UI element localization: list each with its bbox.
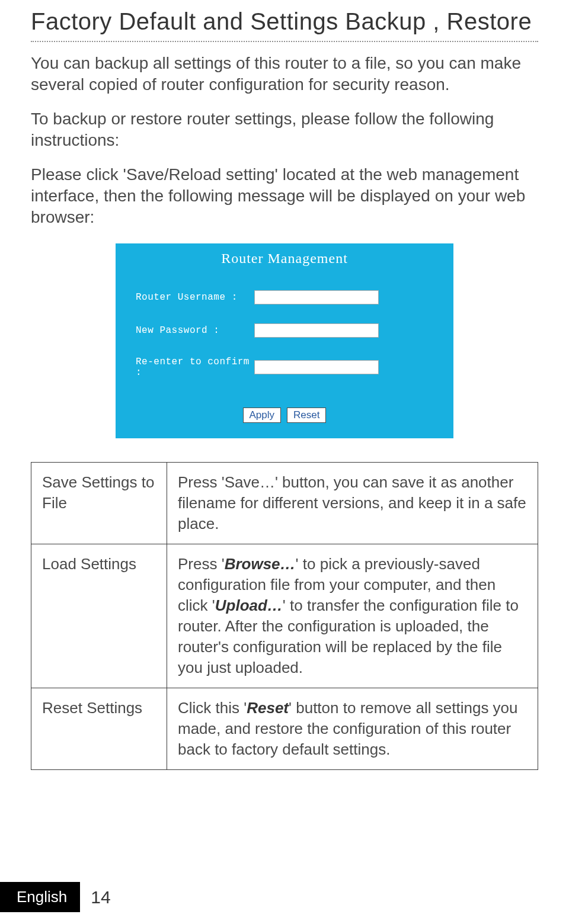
cell-reset-settings-desc: Click this 'Reset' button to remove all … bbox=[167, 688, 538, 770]
apply-button[interactable]: Apply bbox=[243, 408, 282, 423]
input-router-username[interactable] bbox=[254, 290, 379, 304]
language-badge: English bbox=[0, 882, 80, 912]
intro-paragraph-3: Please click 'Save/Reload setting' locat… bbox=[31, 164, 538, 228]
cell-reset-settings-label: Reset Settings bbox=[31, 688, 167, 770]
table-row: Load Settings Press 'Browse…' to pick a … bbox=[31, 544, 538, 688]
text: Click this ' bbox=[178, 699, 247, 717]
label-router-username: Router Username : bbox=[136, 292, 254, 303]
upload-keyword: Upload… bbox=[215, 596, 283, 614]
page-title: Factory Default and Settings Backup , Re… bbox=[31, 8, 538, 35]
cell-save-settings-label: Save Settings to File bbox=[31, 463, 167, 544]
table-row: Save Settings to File Press 'Save…' butt… bbox=[31, 463, 538, 544]
row-confirm-password: Re-enter to confirm : bbox=[136, 357, 433, 378]
options-table: Save Settings to File Press 'Save…' butt… bbox=[31, 462, 538, 770]
page-footer: English 14 bbox=[0, 882, 111, 912]
intro-paragraph-1: You can backup all settings of this rout… bbox=[31, 53, 538, 95]
cell-load-settings-label: Load Settings bbox=[31, 544, 167, 688]
reset-button[interactable]: Reset bbox=[287, 408, 326, 423]
panel-buttons: Apply Reset bbox=[116, 408, 453, 423]
input-new-password[interactable] bbox=[254, 323, 379, 338]
reset-keyword: Reset bbox=[247, 699, 289, 717]
cell-save-settings-desc: Press 'Save…' button, you can save it as… bbox=[167, 463, 538, 544]
page-number: 14 bbox=[91, 887, 110, 907]
cell-load-settings-desc: Press 'Browse…' to pick a previously-sav… bbox=[167, 544, 538, 688]
browse-keyword: Browse… bbox=[225, 555, 296, 573]
text: Press ' bbox=[178, 555, 225, 573]
intro-paragraph-2: To backup or restore router settings, pl… bbox=[31, 108, 538, 151]
table-row: Reset Settings Click this 'Reset' button… bbox=[31, 688, 538, 770]
label-new-password: New Password : bbox=[136, 325, 254, 336]
input-confirm-password[interactable] bbox=[254, 360, 379, 374]
row-router-username: Router Username : bbox=[136, 290, 433, 304]
label-confirm-password: Re-enter to confirm : bbox=[136, 357, 254, 378]
title-divider bbox=[31, 41, 538, 42]
router-management-panel: Router Management Router Username : New … bbox=[116, 243, 453, 438]
panel-title: Router Management bbox=[116, 251, 453, 267]
row-new-password: New Password : bbox=[136, 323, 433, 338]
